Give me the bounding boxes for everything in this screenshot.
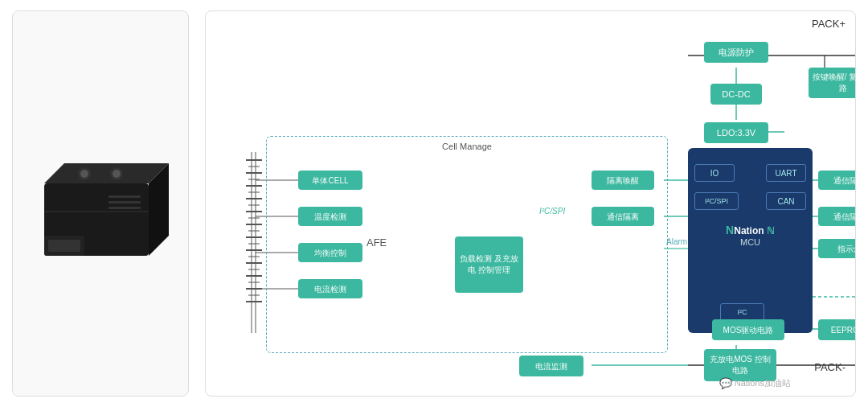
comm-isolation-top-box: 通信隔离	[818, 171, 856, 190]
load-detect-box: 负载检测 及充放电 控制管理	[455, 236, 523, 293]
indicator-box: 指示灯	[818, 239, 856, 258]
battery-image	[28, 139, 173, 268]
svg-rect-11	[108, 201, 141, 204]
button-wake-label: 按键唤醒/ 复位电路	[812, 72, 856, 94]
svg-rect-12	[108, 207, 141, 209]
single-cell-box: 单体CELL	[298, 171, 362, 190]
svg-point-4	[80, 170, 88, 178]
mos-drive-box: MOS驱动电路	[712, 319, 784, 340]
current-detect-box: 电流检测	[298, 279, 362, 298]
mcu-model: MCU	[688, 237, 813, 247]
charge-mos-box: 充放电MOS 控制电路	[704, 349, 776, 381]
pack-minus-label: PACK-	[814, 361, 845, 373]
charge-mos-label: 充放电MOS 控制电路	[707, 354, 773, 376]
current-monitor-box: 电流监测	[519, 356, 583, 376]
left-panel	[12, 10, 189, 397]
uart-box: UART	[766, 164, 806, 182]
mcu-logo-area: NNation ℕ MCU	[688, 224, 813, 247]
io-box: IO	[694, 164, 735, 182]
i2c-bottom-box: I²C	[720, 303, 764, 321]
svg-rect-10	[108, 195, 141, 198]
nation-text: Nation	[734, 225, 764, 236]
comm-isolation-can-box: 通信隔离	[818, 207, 856, 226]
temp-detect-box: 温度检测	[298, 207, 362, 226]
eeprom-box: EEPROM	[818, 319, 856, 340]
block-diagram: Alarm	[206, 11, 855, 396]
svg-marker-1	[44, 163, 169, 183]
button-wake-box: 按键唤醒/ 复位电路	[809, 68, 856, 98]
watermark: 💬 Nations加油站	[719, 377, 791, 389]
pack-plus-label: PACK+	[812, 18, 845, 30]
nation-brand: NNation ℕ	[688, 224, 813, 236]
balance-box: 均衡控制	[298, 243, 362, 262]
load-detect-label: 负载检测 及充放电 控制管理	[458, 253, 520, 276]
svg-text:Alarm: Alarm	[666, 237, 687, 246]
can-box: CAN	[766, 192, 806, 210]
i2c-spi-box: I²C/SPI	[694, 192, 739, 210]
diagram-panel: Alarm	[205, 10, 856, 397]
power-protection-box: 电源防护	[704, 42, 768, 63]
svg-rect-8	[48, 240, 80, 252]
svg-point-6	[113, 170, 121, 178]
iso-wake-box: 隔离唤醒	[592, 171, 654, 190]
watermark-text: Nations加油站	[735, 377, 791, 389]
i2c-spi-afe-label: I²C/SPI	[539, 207, 565, 216]
mcu-box: IO UART I²C/SPI CAN NNation ℕ MCU I²C	[688, 148, 813, 333]
comm-isolation-mid-box: 通信隔离	[592, 207, 654, 226]
afe-label: AFE	[366, 236, 387, 249]
ldo-box: LDO:3.3V	[704, 122, 768, 143]
cell-manage-label: Cell Manage	[442, 142, 492, 151]
dc-dc-box: DC-DC	[710, 84, 762, 105]
